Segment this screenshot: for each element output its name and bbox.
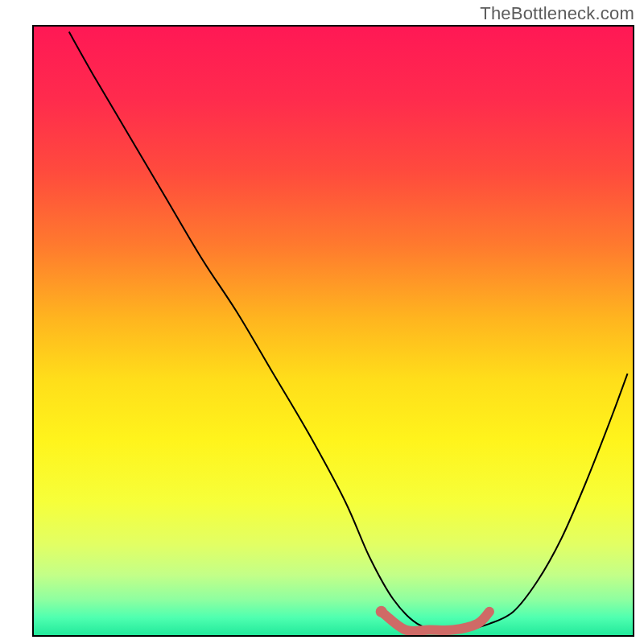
green-zone-marker-dot (376, 606, 387, 617)
plot-background (33, 26, 634, 636)
chart-stage: TheBottleneck.com (0, 0, 644, 644)
watermark-text: TheBottleneck.com (480, 3, 634, 24)
chart-svg (0, 0, 644, 644)
